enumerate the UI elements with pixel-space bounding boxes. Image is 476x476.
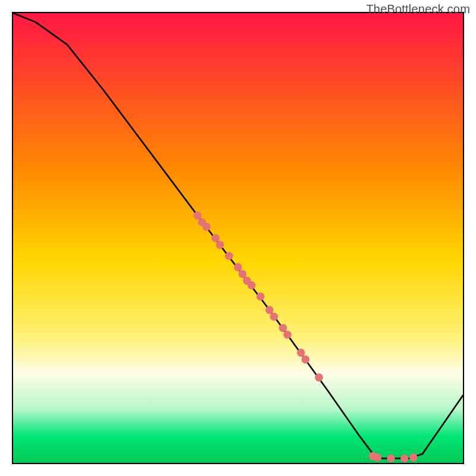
data-point: [248, 281, 256, 290]
data-point: [409, 453, 418, 462]
watermark-text: TheBottleneck.com: [366, 2, 470, 16]
data-point: [202, 223, 211, 231]
data-point: [239, 270, 247, 278]
data-marks: [193, 211, 417, 462]
plot-area: [12, 12, 464, 464]
data-point: [216, 241, 224, 249]
data-point: [387, 455, 395, 463]
data-point: [374, 453, 382, 462]
data-point: [211, 234, 220, 242]
data-point: [265, 306, 274, 314]
bottleneck-curve: [13, 13, 463, 458]
data-point: [270, 312, 278, 321]
bottleneck-chart: TheBottleneck.com: [0, 0, 476, 476]
data-point: [283, 331, 292, 339]
curve-layer: [13, 13, 463, 463]
data-point: [302, 355, 310, 364]
data-point: [279, 324, 287, 332]
data-point: [225, 252, 233, 260]
data-point: [234, 263, 242, 271]
data-point: [297, 349, 305, 357]
data-point: [315, 374, 323, 382]
data-point: [256, 292, 265, 300]
data-point: [400, 455, 409, 463]
data-point: [193, 211, 202, 220]
